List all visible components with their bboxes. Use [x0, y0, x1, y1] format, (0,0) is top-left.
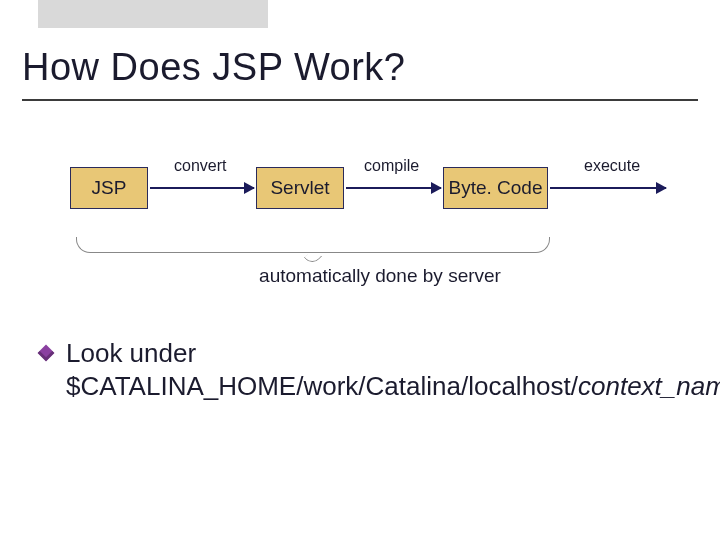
title-underline — [22, 99, 698, 101]
bullet-line: Look under $CATALINA_HOME/work/Catalina/… — [66, 338, 578, 401]
bullet-italic-tail: context_name — [578, 371, 720, 401]
bullet-text: Look under $CATALINA_HOME/work/Catalina/… — [66, 337, 720, 404]
brace-caption: automatically done by server — [0, 265, 720, 287]
edge-label-compile: compile — [364, 157, 419, 175]
slide: How Does JSP Work? JSP convert Servlet c… — [0, 0, 720, 540]
body-text: Look under $CATALINA_HOME/work/Catalina/… — [40, 337, 680, 404]
arrow-compile — [346, 187, 441, 189]
edge-label-convert: convert — [174, 157, 226, 175]
slide-title: How Does JSP Work? — [22, 46, 720, 89]
brace-group: automatically done by server — [0, 237, 720, 281]
node-bytecode: Byte. Code — [443, 167, 548, 209]
arrow-execute — [550, 187, 666, 189]
brace-icon — [76, 237, 550, 267]
node-servlet: Servlet — [256, 167, 344, 209]
bullet-item: Look under $CATALINA_HOME/work/Catalina/… — [40, 337, 680, 404]
flow-diagram: JSP convert Servlet compile Byte. Code e… — [0, 153, 720, 233]
node-jsp: JSP — [70, 167, 148, 209]
diamond-bullet-icon — [38, 345, 55, 362]
edge-label-execute: execute — [584, 157, 640, 175]
title-tab-decoration — [38, 0, 268, 28]
title-bar — [0, 0, 720, 28]
arrow-convert — [150, 187, 254, 189]
